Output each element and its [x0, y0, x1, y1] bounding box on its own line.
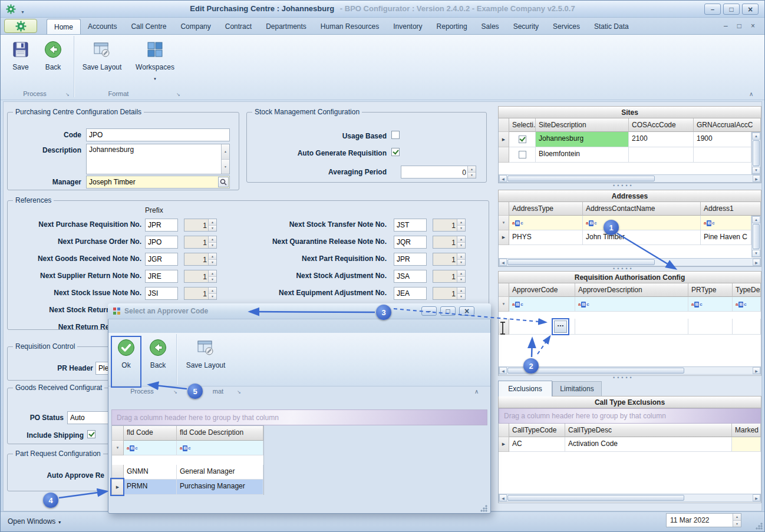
spin-up-icon[interactable] — [209, 236, 216, 243]
column-header[interactable]: ApproverCode — [509, 283, 575, 297]
mdi-minimize-icon[interactable]: – — [724, 22, 728, 30]
scroll-right-icon[interactable]: ▶ — [753, 175, 760, 182]
column-header[interactable]: AddressType — [509, 202, 583, 216]
dialog-maximize-button[interactable] — [440, 306, 456, 316]
dialog-ok-button[interactable]: Ok — [113, 335, 140, 384]
ribbon-collapse-icon[interactable] — [749, 90, 753, 98]
ref-prefix-input[interactable] — [394, 219, 427, 232]
ref-number-spinner[interactable]: 1 — [184, 236, 217, 249]
site-cell[interactable]: Johannesburg — [536, 132, 629, 147]
ref-prefix-input[interactable] — [145, 287, 178, 300]
spin-down-icon[interactable] — [209, 294, 216, 300]
ref-number-spinner[interactable]: 1 — [433, 270, 466, 283]
scroll-up-icon[interactable] — [222, 144, 229, 160]
selected-cell[interactable] — [509, 147, 536, 163]
spin-down-icon[interactable] — [209, 243, 216, 249]
edit-row[interactable] — [499, 319, 761, 335]
group-by-bar[interactable]: Drag a column header here to group by th… — [499, 408, 761, 424]
filter-row[interactable]: aBc aBc aBc aBc — [499, 297, 761, 312]
back-button[interactable]: Back — [38, 37, 68, 87]
ref-prefix-input[interactable] — [145, 253, 178, 266]
scroll-down-icon[interactable]: ▼ — [752, 250, 760, 257]
code-cell[interactable]: GNMN — [124, 465, 177, 480]
tab-security[interactable]: Security — [506, 19, 546, 34]
ref-number-spinner[interactable]: 1 — [433, 253, 466, 266]
column-header[interactable]: Selecti... — [509, 118, 536, 132]
column-header[interactable]: COSAccCode — [629, 118, 694, 132]
scroll-thumb[interactable] — [507, 495, 684, 501]
panel-splitter[interactable]: ••••• — [613, 376, 634, 379]
dialog-back-button[interactable]: Back — [143, 335, 173, 384]
scroll-right-icon[interactable]: ▶ — [753, 367, 760, 374]
grn-cell[interactable]: 1900 — [694, 132, 751, 147]
tab-departments[interactable]: Departments — [259, 19, 314, 34]
scroll-down-icon[interactable]: ▼ — [752, 167, 760, 174]
ref-number-spinner[interactable]: 1 — [184, 253, 217, 266]
address1-cell[interactable]: Pine Haven C — [701, 230, 751, 245]
description-scroll[interactable] — [221, 144, 229, 174]
column-header[interactable]: Marked — [732, 424, 761, 437]
column-header[interactable]: TypeDes — [733, 283, 761, 297]
filter-cell[interactable]: aBc — [701, 216, 751, 230]
column-header[interactable]: CallTypeCode — [509, 424, 565, 437]
dialog-close-button[interactable] — [459, 306, 474, 316]
spin-down-icon[interactable] — [209, 226, 216, 232]
spin-down-icon[interactable] — [733, 521, 741, 527]
workspaces-button[interactable]: Workspaces — [131, 37, 179, 91]
cos-cell[interactable] — [629, 147, 694, 163]
table-row[interactable]: AC Activation Code — [499, 437, 761, 452]
table-row[interactable]: Bloemfontein — [499, 147, 751, 163]
tab-contract[interactable]: Contract — [218, 19, 259, 34]
tab-accounts[interactable]: Accounts — [81, 19, 124, 34]
spin-up-icon[interactable] — [733, 514, 741, 521]
filter-row[interactable]: aBc aBc aBc — [499, 216, 751, 230]
spin-up-icon[interactable] — [457, 270, 465, 277]
dialog-group-by-bar[interactable]: Drag a column header here to group by th… — [111, 409, 487, 425]
ref-prefix-input[interactable] — [394, 287, 427, 300]
spin-down-icon[interactable] — [457, 260, 465, 266]
spin-down-icon[interactable] — [457, 294, 465, 300]
grn-cell[interactable] — [694, 147, 751, 163]
dialog-launcher-icon[interactable] — [237, 387, 241, 395]
ref-prefix-input[interactable] — [145, 219, 178, 232]
ref-prefix-input[interactable] — [394, 236, 427, 249]
prtype-cell[interactable] — [688, 319, 733, 335]
scroll-left-icon[interactable]: ◀ — [499, 367, 507, 374]
tab-reporting[interactable]: Reporting — [430, 19, 474, 34]
panel-splitter[interactable]: ••••• — [613, 184, 634, 187]
resize-grip[interactable] — [755, 522, 763, 530]
table-row[interactable]: PHYS John Timber Pine Haven C — [499, 230, 751, 245]
scroll-thumb[interactable] — [507, 259, 655, 265]
cos-cell[interactable]: 2100 — [629, 132, 694, 147]
code-cell[interactable]: PRMN — [124, 480, 177, 495]
maximize-button[interactable] — [723, 4, 740, 15]
close-button[interactable] — [742, 4, 759, 15]
approver-desc-cell[interactable] — [575, 319, 688, 335]
tab-services[interactable]: Services — [546, 19, 587, 34]
site-cell[interactable]: Bloemfontein — [536, 147, 629, 163]
spin-up-icon[interactable] — [209, 219, 216, 226]
dialog-ribbon-collapse-icon[interactable] — [474, 387, 479, 395]
column-header[interactable]: Address1 — [701, 202, 761, 216]
filter-cell[interactable]: aBc — [733, 297, 761, 312]
code-input[interactable] — [86, 128, 230, 141]
spin-down-icon[interactable] — [457, 243, 465, 249]
tab-exclusions[interactable]: Exclusions — [498, 381, 552, 396]
date-picker[interactable]: 11 Mar 2022 — [666, 513, 741, 527]
desc-cell[interactable]: General Manager — [177, 465, 263, 480]
tab-limitations[interactable]: Limitations — [552, 381, 602, 396]
call-type-code-cell[interactable]: AC — [509, 437, 565, 452]
desc-cell[interactable]: Purchasing Manager — [177, 480, 263, 495]
scroll-right-icon[interactable]: ▶ — [753, 259, 760, 266]
manager-lookup-button[interactable] — [218, 177, 229, 187]
dialog-minimize-button[interactable] — [421, 306, 437, 316]
sites-horizontal-scrollbar[interactable]: ◀▶ — [499, 174, 761, 183]
spin-up-icon[interactable] — [209, 288, 216, 294]
tab-company[interactable]: Company — [173, 19, 217, 34]
call-type-horizontal-scrollbar[interactable]: ◀▶ — [499, 494, 761, 502]
checkbox-unchecked-icon[interactable] — [519, 151, 526, 158]
scroll-down-icon[interactable] — [222, 160, 229, 174]
column-header[interactable]: GRNAccrualAccC — [694, 118, 761, 132]
description-input[interactable]: Johannesburg — [86, 144, 230, 174]
column-header[interactable]: fld Code Description — [177, 426, 263, 441]
